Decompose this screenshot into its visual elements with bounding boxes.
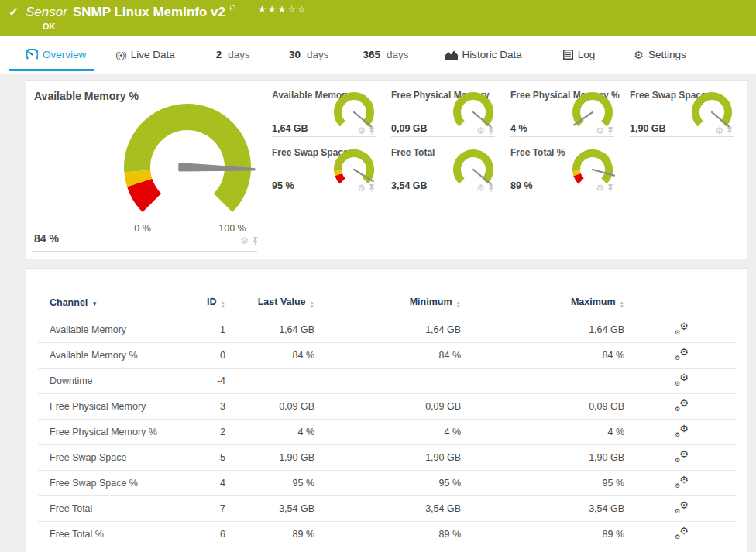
table-row[interactable]: Free Physical Memory % 2 4 % 4 % 4 % ⚙⚙ xyxy=(38,420,737,445)
tab-live-data[interactable]: ((•)) Live Data xyxy=(115,36,175,74)
mini-gauge-cell: Free Physical Memory 0,09 GB ⚙ xyxy=(391,90,495,137)
channel-name-cell[interactable]: Free Swap Space % xyxy=(38,471,185,496)
pin-icon[interactable] xyxy=(252,237,259,245)
minimum-cell: 0,09 GB xyxy=(321,394,467,420)
tab-365-days[interactable]: 365 days xyxy=(363,36,408,74)
minimum-cell: 84 % xyxy=(321,343,467,369)
channel-name-cell[interactable]: Free Swap Space xyxy=(38,445,185,471)
sort-toggle-icon: ▲▼ xyxy=(456,300,461,308)
channel-name-cell[interactable]: Free Total % xyxy=(38,522,185,547)
channel-settings-icon[interactable]: ⚙⚙ xyxy=(675,501,689,514)
minimum-cell xyxy=(321,369,467,394)
pin-icon[interactable] xyxy=(607,127,613,135)
channel-name-cell[interactable]: Free Physical Memory xyxy=(38,394,185,420)
page-title[interactable]: SNMP Linux Meminfo v2 xyxy=(73,5,225,19)
tab-2-days-label: days xyxy=(228,49,250,60)
log-list-icon xyxy=(563,50,573,60)
tab-log[interactable]: Log xyxy=(563,36,596,74)
tab-log-label: Log xyxy=(578,49,596,60)
mini-gauge-cell: Free Swap Space % 95 % ⚙ xyxy=(272,147,376,194)
last-value-cell: 1,64 GB xyxy=(232,317,321,343)
channel-settings-icon[interactable]: ⚙⚙ xyxy=(675,399,689,412)
mini-gauge-title: Free Total xyxy=(391,147,435,158)
sort-desc-icon: ▼ xyxy=(91,300,98,307)
maximum-cell: 0,09 GB xyxy=(467,394,631,420)
tab-30-days[interactable]: 30 days xyxy=(289,36,329,74)
maximum-cell: 3,54 GB xyxy=(467,496,631,522)
table-row[interactable]: Free Total % 6 89 % 89 % 89 % ⚙⚙ xyxy=(38,522,737,547)
tab-historic-data-label: Historic Data xyxy=(462,49,522,60)
minimum-cell: 1,90 GB xyxy=(321,445,467,471)
channel-name-cell[interactable]: Available Memory xyxy=(38,317,185,343)
pin-icon[interactable] xyxy=(488,184,494,192)
gauge-settings-icon[interactable]: ⚙ xyxy=(715,126,723,135)
table-row[interactable]: Free Swap Space % 4 95 % 95 % 95 % ⚙⚙ xyxy=(38,471,737,496)
channel-name-cell[interactable]: Free Physical Memory % xyxy=(38,420,185,445)
column-header-minimum[interactable]: Minimum▲▼ xyxy=(321,292,467,317)
column-header-maximum[interactable]: Maximum▲▼ xyxy=(467,292,631,317)
column-header-last-value[interactable]: Last Value▲▼ xyxy=(232,292,321,317)
column-header-id[interactable]: ID▲▼ xyxy=(185,292,232,317)
gauge-settings-icon[interactable]: ⚙ xyxy=(596,126,604,135)
sort-toggle-icon: ▲▼ xyxy=(221,300,225,308)
channel-id-cell: 0 xyxy=(185,343,232,369)
last-value-cell: 4 % xyxy=(232,420,321,445)
channel-name-cell[interactable]: Downtime xyxy=(38,369,185,394)
tab-2-days-number: 2 xyxy=(216,49,222,60)
gauge-tab-icon xyxy=(26,49,38,60)
table-row[interactable]: Available Memory 1 1,64 GB 1,64 GB 1,64 … xyxy=(38,317,737,343)
table-row[interactable]: Free Physical Memory 3 0,09 GB 0,09 GB 0… xyxy=(38,394,737,420)
maximum-cell: 89 % xyxy=(467,522,631,547)
mini-gauge-value: 95 % xyxy=(272,180,294,191)
gauge-settings-icon[interactable]: ⚙ xyxy=(357,183,366,193)
tab-2-days[interactable]: 2 days xyxy=(216,36,250,74)
tab-bar: Overview ((•)) Live Data 2 days 30 days … xyxy=(0,36,756,74)
maximum-cell: 84 % xyxy=(467,343,631,369)
pin-icon[interactable] xyxy=(369,184,375,192)
last-value-cell xyxy=(232,369,321,394)
table-row[interactable]: Free Total 7 3,54 GB 3,54 GB 3,54 GB ⚙⚙ xyxy=(38,496,737,522)
table-row[interactable]: Free Swap Space 5 1,90 GB 1,90 GB 1,90 G… xyxy=(38,445,737,471)
live-data-icon: ((•)) xyxy=(115,50,126,60)
channel-actions-cell: ⚙⚙ xyxy=(631,522,737,547)
channel-settings-icon[interactable]: ⚙⚙ xyxy=(675,526,689,540)
tab-overview[interactable]: Overview xyxy=(26,36,86,74)
channel-settings-icon[interactable]: ⚙⚙ xyxy=(675,424,689,437)
main-gauge-divider xyxy=(32,251,257,252)
channel-name-cell[interactable]: Free Total xyxy=(38,496,185,522)
pin-icon[interactable] xyxy=(727,127,733,135)
mini-gauge-cell: Free Physical Memory % 4 % ⚙ xyxy=(510,90,614,137)
mini-gauge-cell: Free Total % 89 % ⚙ xyxy=(510,147,614,194)
pin-icon[interactable] xyxy=(369,127,375,135)
maximum-cell: 95 % xyxy=(467,471,631,496)
table-row[interactable]: Downtime -4 ⚙⚙ xyxy=(38,369,737,394)
pin-icon[interactable] xyxy=(607,184,613,192)
gauge-settings-icon[interactable]: ⚙ xyxy=(596,183,604,193)
tab-historic-data[interactable]: Historic Data xyxy=(445,36,522,74)
gauge-settings-icon[interactable]: ⚙ xyxy=(357,126,366,135)
main-gauge[interactable] xyxy=(101,87,274,234)
channel-settings-icon[interactable]: ⚙⚙ xyxy=(675,475,689,489)
gauge-settings-icon[interactable]: ⚙ xyxy=(476,126,485,135)
sort-toggle-icon: ▲▼ xyxy=(620,300,624,308)
mini-gauge-value: 1,90 GB xyxy=(630,123,666,134)
table-row[interactable]: Available Memory % 0 84 % 84 % 84 % ⚙⚙ xyxy=(38,343,737,369)
gauge-settings-icon[interactable]: ⚙ xyxy=(240,236,249,245)
maximum-cell xyxy=(467,369,631,394)
channel-settings-icon[interactable]: ⚙⚙ xyxy=(675,373,689,386)
channel-actions-cell: ⚙⚙ xyxy=(631,496,737,522)
mini-gauge-actions: ⚙ xyxy=(357,126,375,135)
pin-icon[interactable] xyxy=(488,127,494,135)
column-header-channel[interactable]: Channel▼ xyxy=(38,292,185,317)
channel-settings-icon[interactable]: ⚙⚙ xyxy=(675,450,689,463)
channel-name-cell[interactable]: Available Memory % xyxy=(38,343,185,369)
tab-365-days-label: days xyxy=(387,49,409,60)
channel-settings-icon[interactable]: ⚙⚙ xyxy=(675,348,689,361)
sensor-title-line: SensorSNMP Linux Meminfo v2⚐ xyxy=(26,3,236,20)
tab-settings[interactable]: ⚙ Settings xyxy=(634,36,686,74)
flag-icon[interactable]: ⚐ xyxy=(229,3,236,12)
minimum-cell: 89 % xyxy=(321,522,467,547)
priority-stars[interactable]: ★★★☆☆ xyxy=(258,4,308,15)
gauge-settings-icon[interactable]: ⚙ xyxy=(476,183,485,193)
channel-settings-icon[interactable]: ⚙⚙ xyxy=(675,322,689,335)
